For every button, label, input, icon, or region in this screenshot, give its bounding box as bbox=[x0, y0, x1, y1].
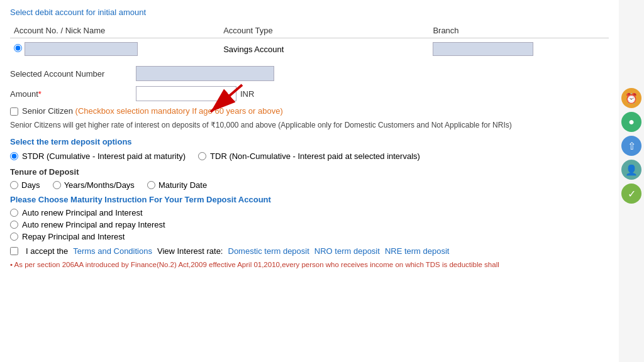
days-option[interactable]: Days bbox=[10, 180, 40, 190]
interest-rate-label: View Interest rate: bbox=[157, 246, 223, 256]
circle-green-icon[interactable]: ● bbox=[621, 112, 641, 132]
selected-account-input[interactable] bbox=[136, 66, 274, 81]
nre-term-deposit-link[interactable]: NRE term deposit bbox=[385, 246, 450, 256]
days-radio[interactable] bbox=[10, 181, 18, 189]
stdr-label: STDR (Cumulative - Interest paid at matu… bbox=[22, 151, 186, 161]
branch-input[interactable] bbox=[433, 42, 533, 56]
amount-field-wrapper bbox=[136, 86, 236, 101]
account-table: Account No. / Nick Name Account Type Bra… bbox=[10, 23, 609, 60]
check-icon[interactable]: ✓ bbox=[621, 184, 641, 204]
clock-icon[interactable]: ⏰ bbox=[621, 88, 641, 108]
share-icon[interactable]: ⇧ bbox=[621, 136, 641, 156]
terms-label: I accept the bbox=[26, 246, 68, 256]
nro-term-deposit-link[interactable]: NRO term deposit bbox=[314, 246, 380, 256]
years-option[interactable]: Years/Months/Days bbox=[53, 180, 135, 190]
col-header-branch: Branch bbox=[429, 23, 609, 38]
senior-citizen-row: Senior Citizen (Checkbox selection manda… bbox=[10, 106, 609, 116]
amount-label: Amount* bbox=[10, 89, 136, 99]
senior-citizen-text: Senior Citizen (Checkbox selection manda… bbox=[22, 106, 283, 116]
renew-principal-interest-label: Auto renew Principal and Interest bbox=[22, 208, 143, 217]
interest-links: Domestic term deposit NRO term deposit N… bbox=[228, 246, 450, 256]
renew-principal-interest-option[interactable]: Auto renew Principal and Interest bbox=[10, 208, 609, 217]
renew-principal-repay-label: Auto renew Principal and repay Interest bbox=[22, 220, 165, 229]
amount-row: Amount* INR bbox=[10, 86, 609, 101]
tdr-label: TDR (Non-Cumulative - Interest paid at s… bbox=[210, 151, 420, 161]
senior-citizen-checkbox[interactable] bbox=[10, 107, 18, 116]
renew-principal-interest-radio[interactable] bbox=[10, 209, 18, 217]
term-deposit-options: STDR (Cumulative - Interest paid at matu… bbox=[10, 151, 609, 161]
profile-icon[interactable]: 👤 bbox=[621, 160, 641, 180]
tdr-radio[interactable] bbox=[198, 152, 206, 160]
stdr-radio[interactable] bbox=[10, 152, 18, 160]
repay-principal-interest-option[interactable]: Repay Principal and Interest bbox=[10, 232, 609, 241]
terms-link[interactable]: Terms and Conditions bbox=[73, 246, 152, 256]
tenure-title: Tenure of Deposit bbox=[10, 167, 609, 177]
years-label: Years/Months/Days bbox=[64, 180, 135, 190]
tdr-option[interactable]: TDR (Non-Cumulative - Interest paid at s… bbox=[198, 151, 420, 161]
disclaimer-text: As per section 206AA introduced by Finan… bbox=[10, 261, 609, 268]
tenure-section: Tenure of Deposit Days Years/Months/Days… bbox=[10, 167, 609, 190]
inr-label: INR bbox=[240, 89, 254, 99]
maturity-options: Auto renew Principal and Interest Auto r… bbox=[10, 208, 609, 241]
years-radio[interactable] bbox=[53, 181, 61, 189]
stdr-option[interactable]: STDR (Cumulative - Interest paid at matu… bbox=[10, 151, 186, 161]
term-deposit-title: Select the term deposit options bbox=[10, 137, 609, 146]
account-type-text: Savings Account bbox=[223, 45, 284, 54]
selected-account-row: Selected Account Number bbox=[10, 66, 609, 81]
amount-input[interactable] bbox=[136, 86, 236, 101]
page-header: Select debit account for initial amount bbox=[10, 8, 609, 17]
right-sidebar: ⏰ ● ⇧ 👤 ✓ bbox=[619, 0, 644, 362]
account-number-input[interactable] bbox=[25, 42, 138, 56]
terms-checkbox[interactable] bbox=[10, 247, 18, 255]
col-header-type: Account Type bbox=[219, 23, 429, 38]
renew-principal-repay-radio[interactable] bbox=[10, 221, 18, 229]
repay-principal-interest-label: Repay Principal and Interest bbox=[22, 232, 125, 241]
tenure-options: Days Years/Months/Days Maturity Date bbox=[10, 180, 609, 190]
terms-row: I accept the Terms and Conditions View I… bbox=[10, 246, 609, 256]
required-indicator: * bbox=[38, 89, 42, 99]
main-content: Select debit account for initial amount … bbox=[0, 0, 619, 362]
account-radio[interactable] bbox=[14, 44, 22, 52]
days-label: Days bbox=[21, 180, 40, 190]
maturity-date-option[interactable]: Maturity Date bbox=[147, 180, 207, 190]
senior-citizen-info: Senior Citizens will get higher rate of … bbox=[10, 119, 609, 131]
senior-citizen-note: (Checkbox selection mandatory If age 60 … bbox=[75, 106, 283, 116]
renew-principal-repay-option[interactable]: Auto renew Principal and repay Interest bbox=[10, 220, 609, 229]
selected-account-label: Selected Account Number bbox=[10, 69, 136, 79]
table-row: Savings Account bbox=[10, 38, 609, 60]
maturity-date-radio[interactable] bbox=[147, 181, 155, 189]
col-header-account: Account No. / Nick Name bbox=[10, 23, 219, 38]
domestic-term-deposit-link[interactable]: Domestic term deposit bbox=[228, 246, 309, 256]
maturity-section: Please Choose Maturity Instruction For Y… bbox=[10, 195, 609, 241]
maturity-date-label: Maturity Date bbox=[158, 180, 207, 190]
maturity-title: Please Choose Maturity Instruction For Y… bbox=[10, 195, 609, 204]
repay-principal-interest-radio[interactable] bbox=[10, 233, 18, 241]
selected-account-value bbox=[136, 66, 274, 81]
